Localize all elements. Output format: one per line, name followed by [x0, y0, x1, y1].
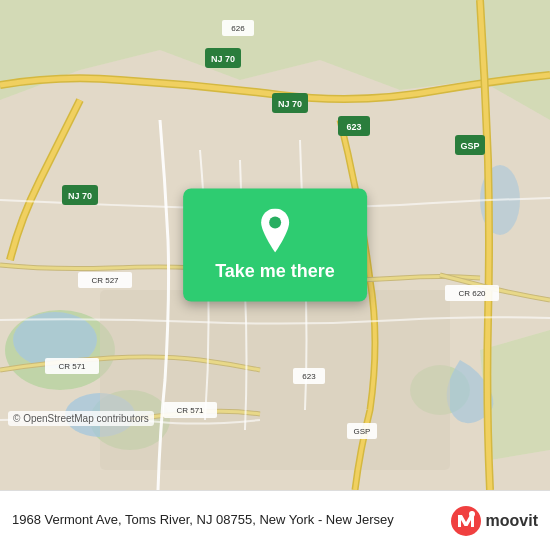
- moovit-logo-icon: [450, 505, 482, 537]
- svg-rect-9: [100, 290, 450, 470]
- svg-text:NJ 70: NJ 70: [68, 191, 92, 201]
- moovit-logo: moovit: [450, 505, 538, 537]
- svg-text:623: 623: [302, 372, 316, 381]
- svg-point-37: [451, 506, 481, 536]
- take-me-there-label: Take me there: [215, 261, 335, 282]
- address-text: 1968 Vermont Ave, Toms River, NJ 08755, …: [12, 511, 450, 529]
- svg-text:NJ 70: NJ 70: [211, 54, 235, 64]
- svg-text:CR 571: CR 571: [176, 406, 204, 415]
- svg-text:NJ 70: NJ 70: [278, 99, 302, 109]
- svg-text:CR 620: CR 620: [458, 289, 486, 298]
- map-container: NJ 70 NJ 70 NJ 70 623 GSP CR 527 CR 623 …: [0, 0, 550, 490]
- svg-text:GSP: GSP: [460, 141, 479, 151]
- svg-text:CR 571: CR 571: [58, 362, 86, 371]
- moovit-logo-text: moovit: [486, 512, 538, 530]
- svg-text:626: 626: [231, 24, 245, 33]
- svg-text:623: 623: [346, 122, 361, 132]
- osm-attribution: © OpenStreetMap contributors: [8, 411, 154, 426]
- svg-text:CR 527: CR 527: [91, 276, 119, 285]
- take-me-there-button[interactable]: Take me there: [183, 189, 367, 302]
- footer: 1968 Vermont Ave, Toms River, NJ 08755, …: [0, 490, 550, 550]
- svg-text:GSP: GSP: [354, 427, 371, 436]
- svg-point-36: [269, 217, 281, 229]
- location-pin-icon: [257, 209, 293, 253]
